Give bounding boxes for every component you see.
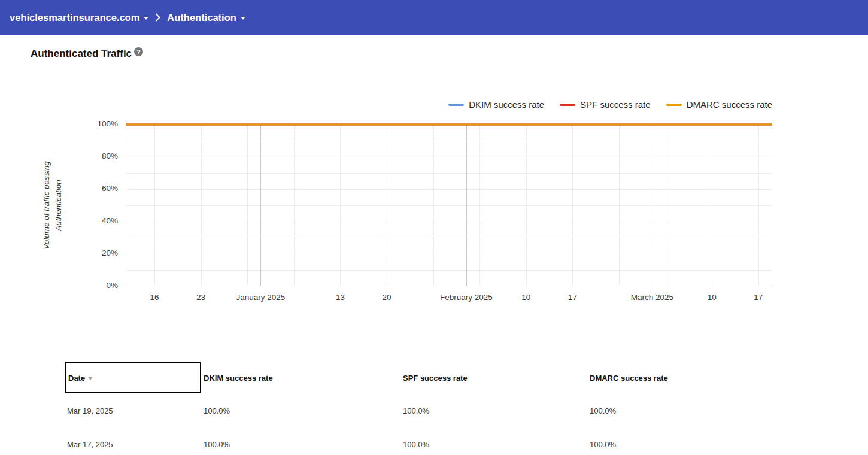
legend-item: SPF success rate [560,99,651,110]
x-tick-label: March 2025 [631,293,673,302]
table-cell: 100.0% [590,407,616,415]
chevron-right-icon [155,13,160,22]
page-title-row: Authenticated Traffic ? [31,48,143,60]
chevron-down-icon [241,17,245,20]
x-tick-label: February 2025 [440,293,493,302]
legend-item: DMARC success rate [666,99,772,110]
x-tick-label: 17 [568,293,577,302]
legend-swatch [560,104,575,106]
table-cell: 100.0% [403,407,429,415]
page-title: Authenticated Traffic [31,48,132,60]
y-axis-label: Volume of traffic passing Authentication [41,147,64,264]
chevron-down-icon [144,17,148,20]
x-tick-label: 17 [754,293,763,302]
y-tick-label: 60% [72,184,118,193]
table-cell-date: Mar 19, 2025 [67,407,113,415]
chart-plot-area[interactable] [126,125,772,286]
table-cell: 100.0% [204,407,230,415]
x-tick-label: 16 [150,293,159,302]
sort-descending-icon [88,377,93,380]
x-tick-label: 13 [336,293,345,302]
y-tick-label: 80% [72,151,118,160]
chart-legend: DKIM success rateSPF success rateDMARC s… [448,99,772,110]
table-column-header[interactable]: DKIM success rate [204,374,273,383]
section-selector[interactable]: Authentication [167,12,245,23]
table-header-date[interactable]: Date [65,362,201,393]
y-tick-label: 40% [72,216,118,225]
x-tick-label: 10 [521,293,530,302]
help-icon[interactable]: ? [134,47,143,56]
domain-selector[interactable]: vehiclesmartinsurance.com [10,12,148,23]
y-tick-label: 0% [72,281,118,290]
legend-swatch [448,104,464,106]
legend-label: DMARC success rate [687,99,772,110]
legend-item: DKIM success rate [448,99,544,110]
page: vehiclesmartinsurance.com Authentication… [0,0,868,455]
table-header-date-label: Date [68,374,85,383]
x-tick-label: 10 [708,293,717,302]
domain-selector-label: vehiclesmartinsurance.com [10,12,139,23]
legend-swatch [666,104,682,106]
y-tick-label: 100% [72,119,118,128]
table-column-header[interactable]: DMARC success rate [590,374,668,383]
section-selector-label: Authentication [167,12,236,23]
table-cell: 100.0% [590,440,616,449]
chart-series-lines [126,125,772,286]
table-cell: 100.0% [204,440,230,449]
legend-label: DKIM success rate [469,99,544,110]
table-column-header[interactable]: SPF success rate [403,374,468,383]
x-tick-label: 20 [382,293,391,302]
table-divider [65,393,812,393]
table-cell-date: Mar 17, 2025 [67,440,113,449]
table-cell: 100.0% [403,440,429,449]
y-tick-label: 20% [72,248,118,257]
x-tick-label: 23 [196,293,205,302]
top-bar: vehiclesmartinsurance.com Authentication [0,0,868,35]
legend-label: SPF success rate [580,99,651,110]
x-tick-label: January 2025 [236,293,285,302]
